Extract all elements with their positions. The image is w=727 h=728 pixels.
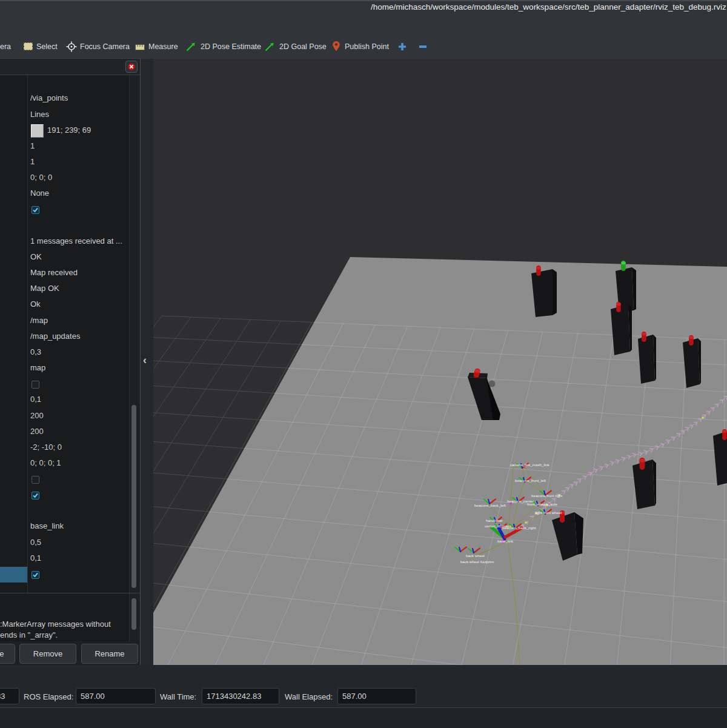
svg-text:camera_link_mash_link: camera_link_mash_link [510, 463, 550, 467]
svg-text:back wheel: back wheel [466, 553, 485, 558]
svg-text:beacons_back_right: beacons_back_right [502, 526, 536, 530]
svg-text:right front wheel: right front wheel [535, 510, 562, 515]
svg-text:base_link: base_link [497, 539, 514, 543]
svg-text:front_wheels_axle: front_wheels_axle [527, 502, 557, 506]
svg-text:handlebar: handlebar [486, 518, 503, 523]
svg-text:beacons front right: beacons front right [531, 493, 563, 498]
svg-text:beacons_back_left: beacons_back_left [474, 503, 506, 507]
svg-text:beacons_front_left: beacons_front_left [515, 478, 546, 483]
svg-text:back wheel footprint: back wheel footprint [460, 559, 494, 564]
